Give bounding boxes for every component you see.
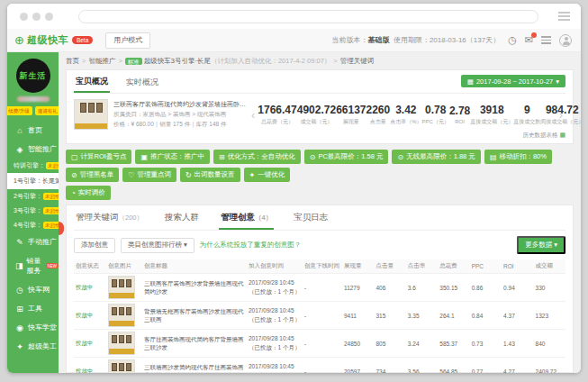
- creative-thumbnail[interactable]: [108, 276, 135, 299]
- not-started-badge: 未启动: [43, 222, 59, 229]
- table-row[interactable]: 投放中 三联墙画沙发简约现代客厅挂画装饰画背景墙 2017/09/28 10:4…: [74, 358, 565, 374]
- steering-wheel-icon: ⊕: [14, 34, 24, 46]
- sidebar-item-home[interactable]: ⌂首页: [7, 121, 59, 140]
- table-header-row: 创意状态 创意图片 创意标题 加入创意时间 创意下线时间 展现量 点击量 点击率…: [74, 259, 565, 274]
- add-creative-button[interactable]: 添加创意: [74, 238, 115, 253]
- more-data-button[interactable]: 更多数据 ▾: [517, 236, 565, 254]
- mail-icon[interactable]: ✉: [525, 35, 533, 45]
- table-row[interactable]: 投放中 客厅挂画装饰画现代简约客厅背景墙画三联沙发 2017/09/28 10:…: [74, 330, 565, 358]
- col-ctr[interactable]: 点击率: [406, 259, 438, 274]
- optimize-mode-button[interactable]: ⊞优化方式：全自动优化: [213, 150, 301, 164]
- window-maximize-button[interactable]: [45, 13, 53, 21]
- realtime-icon: ◔: [71, 189, 76, 197]
- tab-search-crowd[interactable]: 搜索人群: [163, 205, 201, 230]
- duplicate-creative-help-link[interactable]: 为什么系统投放了重复的创意图？: [200, 241, 302, 250]
- sidebar-item-engine-2[interactable]: 2号引擎：未启动: [7, 189, 59, 204]
- sidebar-item-engine-special[interactable]: 特训引擎：未启动: [7, 159, 59, 173]
- tab-realtime-overview[interactable]: 实时概况: [124, 71, 160, 92]
- calendar-icon: ▦: [467, 77, 474, 86]
- manage-blacklist-button[interactable]: ⊘管理黑名单: [66, 168, 119, 182]
- manage-key-words-button[interactable]: ♡管理重点词: [122, 168, 176, 182]
- overview-card: 宝贝概况 实时概况 ▦2017-09-28 ~ 2017-10-27▾ 三联画客…: [66, 69, 574, 144]
- url-bar[interactable]: [78, 10, 538, 23]
- status-icon: ▣: [140, 153, 148, 161]
- stats-next-icon[interactable]: ›: [556, 108, 565, 122]
- browser-menu-icon[interactable]: [558, 10, 570, 23]
- product-thumbnail[interactable]: [74, 99, 108, 130]
- shop-avatar[interactable]: 新生活: [16, 59, 50, 93]
- sidebar-item-sales-service[interactable]: ◨销量服务NEW: [7, 251, 59, 280]
- sidebar-item-school[interactable]: ◉快车学堂: [7, 318, 59, 337]
- col-title[interactable]: 创意标题: [142, 259, 247, 274]
- sidebar-item-engine-1[interactable]: 1号引擎：长尾策略: [7, 173, 59, 189]
- col-offline-time[interactable]: 创意下线时间: [303, 259, 342, 274]
- col-added-time[interactable]: 加入创意时间: [247, 259, 303, 274]
- one-key-optimize-button[interactable]: ✦一键优化: [244, 168, 291, 182]
- pc-max-price-button[interactable]: ⊙PC最高限价：1.58 元: [304, 150, 389, 164]
- history-data-link[interactable]: 历史数据表格 ▦: [74, 132, 565, 140]
- category-ranking-button[interactable]: 类目创意图排行榜 ▾: [121, 238, 194, 253]
- manage-tabs: 管理关键词（200） 搜索人群 管理创意（4） 宝贝日志: [74, 205, 565, 231]
- date-range-button[interactable]: ▦2017-09-28 ~ 2017-10-27▾: [461, 75, 565, 87]
- table-row[interactable]: 投放中 三联画客厅装饰画沙发背景墙挂画现代简约沙发 2017/09/28 10:…: [74, 274, 565, 302]
- breadcrumb-smart-promo[interactable]: 智能推广: [88, 57, 115, 65]
- sidebar-item-smart-promo[interactable]: ◈智能推广: [7, 140, 59, 159]
- col-turnover[interactable]: 成交额: [534, 259, 565, 274]
- sidebar-item-manual-promo[interactable]: ✎手动推广: [7, 232, 59, 251]
- col-impressions[interactable]: 展现量: [342, 259, 374, 274]
- user-mode-button[interactable]: 用户模式: [105, 32, 150, 49]
- window-close-button[interactable]: [20, 13, 28, 21]
- mobile-discount-button[interactable]: ▤移动折扣：80%: [484, 150, 552, 164]
- col-ppc[interactable]: PPC: [470, 259, 502, 274]
- cell-clicks: 315: [374, 302, 405, 330]
- window-minimize-button[interactable]: [32, 13, 41, 21]
- stat-ppc: 0.78PPC（元）: [422, 104, 449, 126]
- creative-title[interactable]: 客厅挂画装饰画现代简约客厅背景墙画三联沙发: [144, 335, 245, 351]
- sidebar-item-engine-3[interactable]: 3号引擎：未启动: [7, 204, 59, 218]
- col-clicks[interactable]: 点击量: [374, 259, 405, 274]
- creative-thumbnail[interactable]: [108, 332, 135, 355]
- breadcrumb-plan[interactable]: 超级快车3号引擎·长尾: [144, 57, 211, 65]
- word-count-setting-button[interactable]: ↻出词数量设置: [180, 168, 240, 182]
- sidebar-item-super-artist[interactable]: ✦超级美工: [7, 337, 59, 356]
- tab-manage-creatives[interactable]: 管理创意（4）: [219, 205, 274, 230]
- breadcrumb-home[interactable]: 首页: [66, 57, 79, 65]
- spark-icon: ✦: [249, 171, 256, 179]
- super-artist-icon: ✦: [15, 342, 24, 351]
- promo-status-button[interactable]: ▣推广状态：推广中: [135, 150, 210, 164]
- sidebar-item-tools[interactable]: ⊞工具: [7, 299, 59, 318]
- stat-impressions: 66137展现量: [336, 104, 366, 126]
- col-cost[interactable]: 总花费: [438, 259, 469, 274]
- col-status[interactable]: 创意状态: [74, 259, 106, 274]
- creative-thumbnail[interactable]: [108, 304, 135, 327]
- table-row[interactable]: 投放中 背景墙无框画客厅装饰画沙发挂画现代三联画 2017/09/28 10:4…: [74, 302, 565, 330]
- tab-manage-keywords[interactable]: 管理关键词（200）: [74, 205, 145, 230]
- invite-gift-button[interactable]: 邀请有礼: [35, 106, 59, 115]
- cell-turnover: 330: [534, 274, 565, 302]
- manage-card: 管理关键词（200） 搜索人群 管理创意（4） 宝贝日志 添加创意 类目创意图排…: [66, 205, 574, 373]
- product-title[interactable]: 三联画客厅装饰画现代简约沙发背景墙挂画卧室餐厅墙画壁画创意组合: [113, 100, 249, 109]
- wireless-max-price-button[interactable]: ⊙无线最高限价：1.88 元: [392, 150, 480, 164]
- sidebar-item-engine-4[interactable]: 4号引擎：未启动: [7, 218, 59, 232]
- stats-prev-icon[interactable]: ‹: [249, 108, 258, 122]
- product-summary: 三联画客厅装饰画现代简约沙发背景墙挂画卧室餐厅墙画壁画创意组合 所属类目：家居饰…: [74, 94, 565, 130]
- realtime-price-button[interactable]: ◔实时调价: [66, 186, 111, 200]
- calc-roi-button[interactable]: ▢计算ROI盈亏点: [66, 150, 131, 164]
- renew-upgrade-button[interactable]: 续费/升级: [7, 106, 32, 115]
- creative-title[interactable]: 三联画客厅装饰画沙发背景墙挂画现代简约沙发: [144, 279, 245, 296]
- sidebar-item-kuaiche-net[interactable]: ◷快车网: [7, 280, 59, 299]
- creative-title[interactable]: 三联墙画沙发简约现代客厅挂画装饰画背景墙: [144, 363, 245, 373]
- tab-item-log[interactable]: 宝贝日志: [292, 205, 330, 230]
- history-clock-icon[interactable]: ◷: [508, 35, 517, 45]
- header-menu-icon[interactable]: [541, 34, 551, 46]
- creative-thumbnail[interactable]: [108, 359, 135, 373]
- user-avatar-icon[interactable]: [559, 34, 572, 47]
- app-body: 新生活 续费/升级 邀请有礼 ⌂首页 ◈智能推广 特训引擎：未启动 1号引擎：长…: [7, 52, 581, 373]
- col-roi[interactable]: ROI: [502, 259, 533, 274]
- manual-promo-icon: ✎: [15, 238, 24, 247]
- creative-title[interactable]: 背景墙无框画客厅装饰画沙发挂画现代三联画: [144, 307, 245, 323]
- school-icon: ◉: [15, 323, 24, 332]
- col-image[interactable]: 创意图片: [106, 259, 142, 274]
- tab-item-overview[interactable]: 宝贝概况: [74, 70, 110, 93]
- app-logo[interactable]: ⊕ 超级快车 Beta: [14, 33, 93, 47]
